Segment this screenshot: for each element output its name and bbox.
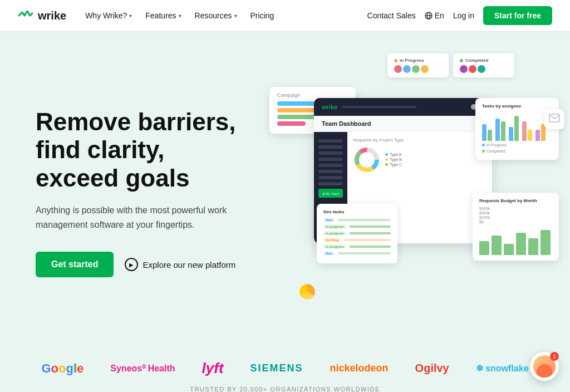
nav-link-features[interactable]: Features▾ bbox=[140, 8, 186, 23]
bar-3a bbox=[509, 127, 513, 141]
avatar-1 bbox=[394, 65, 402, 73]
globe-icon bbox=[425, 12, 433, 19]
ogilvy-logo: Ogilvy bbox=[415, 362, 449, 375]
task-badge-new-1: New bbox=[323, 218, 335, 222]
task-item-1: New bbox=[323, 218, 391, 222]
chat-notification-badge: 1 bbox=[550, 352, 559, 361]
task-badge-progress-3: In progress bbox=[323, 244, 346, 249]
top-status-cards: In Progress Completed bbox=[387, 53, 514, 77]
dashboard-container: In Progress Completed bbox=[269, 53, 559, 321]
budget-bar-3 bbox=[504, 244, 514, 255]
nav-link-pricing[interactable]: Pricing bbox=[245, 8, 280, 23]
hero-section: Remove barriers, find clarity, exceed go… bbox=[0, 31, 570, 343]
budget-bar-chart bbox=[479, 227, 552, 255]
nav-placeholder bbox=[342, 106, 416, 108]
sidebar-line-5 bbox=[318, 164, 343, 167]
chevron-down-icon: ▾ bbox=[179, 13, 181, 19]
legend-completed bbox=[482, 150, 485, 153]
hero-title: Remove barriers, find clarity, exceed go… bbox=[36, 108, 247, 193]
hero-title-line3: exceed goals bbox=[36, 164, 189, 192]
wrike-logo-icon bbox=[18, 10, 33, 21]
explore-label: Explore our new platform bbox=[142, 260, 235, 270]
sidebar-line-6 bbox=[318, 170, 343, 173]
svg-rect-8 bbox=[549, 114, 559, 122]
task-badge-progress-2: In progress bbox=[323, 231, 346, 236]
task-bar-2 bbox=[350, 226, 391, 228]
bar-4b bbox=[528, 130, 532, 141]
bar-chart-legend: In Progress Completed bbox=[482, 143, 552, 154]
campaign-bar-4 bbox=[277, 121, 306, 126]
legend-in-progress bbox=[482, 144, 485, 146]
email-icon-card bbox=[544, 109, 564, 129]
task-bar-3 bbox=[350, 232, 391, 234]
nav-left: wrike Why Wrike?▾Features▾Resources▾Pric… bbox=[18, 8, 279, 23]
dashboard-header: wrike bbox=[314, 98, 492, 116]
logos-row: Google Syneos⁰ Health lyft SIEMENS nicke… bbox=[36, 360, 534, 377]
my-team-button: ⊕ My Team bbox=[318, 189, 343, 198]
explore-platform-button[interactable]: ▶ Explore our new platform bbox=[125, 258, 235, 271]
bar-3b bbox=[514, 116, 519, 141]
task-badge-new-2: New bbox=[323, 251, 335, 256]
avatar-5 bbox=[460, 65, 468, 73]
bar-group-4 bbox=[522, 121, 532, 141]
get-started-button[interactable]: Get started bbox=[36, 252, 114, 277]
bar-4a bbox=[522, 121, 527, 141]
logo-text: wrike bbox=[38, 9, 66, 22]
language-selector[interactable]: En bbox=[425, 11, 444, 20]
task-bar-5 bbox=[350, 246, 391, 248]
bar-2b bbox=[501, 121, 505, 141]
bar-group-3 bbox=[509, 116, 519, 141]
syneos-logo: Syneos⁰ Health bbox=[110, 363, 175, 374]
avatar-2 bbox=[403, 65, 411, 73]
pie-chart-icon bbox=[297, 282, 317, 302]
budget-300k: $300k bbox=[479, 211, 552, 215]
avatar-7 bbox=[478, 65, 485, 73]
task-item-6: New bbox=[323, 251, 391, 256]
budget-bar-6 bbox=[540, 230, 551, 255]
bar-group-2 bbox=[495, 119, 505, 141]
bar-2a bbox=[495, 119, 500, 141]
nav-link-resources[interactable]: Resources▾ bbox=[189, 8, 243, 23]
donut-chart: Type A Type B Type C bbox=[353, 146, 487, 174]
logo[interactable]: wrike bbox=[18, 9, 66, 22]
sidebar-line-4 bbox=[318, 158, 343, 161]
contact-sales-link[interactable]: Contact Sales bbox=[367, 11, 416, 20]
hero-subtitle: Anything is possible with the most power… bbox=[36, 203, 247, 232]
budget-title: Requests Budget by Month bbox=[479, 198, 552, 203]
trusted-section: Google Syneos⁰ Health lyft SIEMENS nicke… bbox=[0, 343, 570, 392]
task-bar-4 bbox=[344, 239, 391, 241]
dashboard-logo: wrike bbox=[322, 104, 337, 110]
budget-bar-4 bbox=[516, 233, 526, 255]
nickelodeon-logo: nickelodeon bbox=[330, 362, 389, 374]
sidebar-line-1 bbox=[318, 139, 343, 143]
chat-widget[interactable]: 1 bbox=[530, 352, 559, 381]
requests-section: Requests by Project Type bbox=[353, 138, 487, 174]
snowflake-logo: ❄ snowflake bbox=[476, 363, 529, 374]
donut-svg bbox=[353, 146, 381, 174]
google-logo: Google bbox=[41, 361, 83, 376]
budget-100k: $100k bbox=[479, 215, 552, 219]
avatar-head bbox=[537, 364, 552, 378]
hero-title-line1: Remove barriers, bbox=[36, 108, 236, 135]
budget-400k: $400k bbox=[479, 207, 552, 210]
sidebar-line-7 bbox=[318, 176, 343, 179]
task-item-2: In progress bbox=[323, 224, 391, 229]
budget-card: Requests Budget by Month $400k $300k $10… bbox=[473, 193, 559, 261]
login-button[interactable]: Log in bbox=[453, 11, 474, 20]
in-progress-dot bbox=[394, 59, 397, 62]
chevron-down-icon: ▾ bbox=[234, 13, 237, 19]
bar-group-5 bbox=[535, 124, 546, 141]
budget-labels: $400k $300k $100k $0 bbox=[479, 207, 552, 224]
start-free-button[interactable]: Start for free bbox=[483, 6, 552, 25]
completed-label: Completed bbox=[465, 58, 488, 63]
trusted-text: Trusted by 20,000+ organizations worldwi… bbox=[36, 386, 534, 392]
sidebar-line-2 bbox=[318, 145, 343, 149]
budget-bar-1 bbox=[479, 241, 489, 255]
pie-chart-float bbox=[297, 282, 317, 304]
nav-link-why-wrike-[interactable]: Why Wrike?▾ bbox=[80, 8, 137, 23]
dashboard-title: Team Dashboard bbox=[322, 120, 371, 127]
nav-right: Contact Sales En Log in Start for free bbox=[367, 6, 552, 25]
task-bar-6 bbox=[338, 252, 391, 254]
in-progress-label: In Progress bbox=[400, 58, 424, 63]
avatar-6 bbox=[469, 65, 476, 73]
